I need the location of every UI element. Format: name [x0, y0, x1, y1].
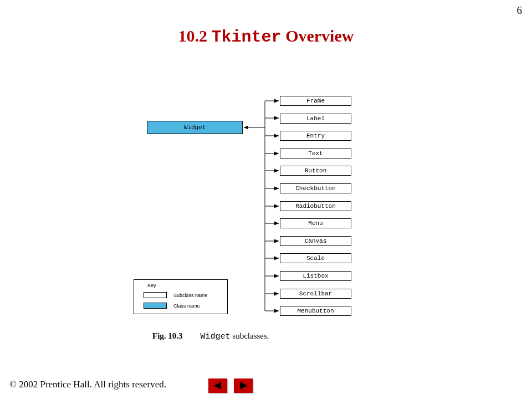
subclass-box-menu: Menu: [280, 218, 351, 228]
next-arrow-icon: [238, 381, 248, 390]
nav-controls: [208, 378, 253, 393]
legend-label-class: Class name: [173, 303, 200, 309]
subclass-box-label: Label: [280, 114, 351, 124]
legend-swatch-subclass: [144, 292, 167, 298]
subclass-box-menubutton: Menubutton: [280, 306, 351, 316]
subclass-box-radiobutton: Radiobutton: [280, 201, 351, 211]
legend-swatch-class: [144, 303, 167, 309]
subclass-box-scrollbar: Scrollbar: [280, 289, 351, 299]
legend-title: Key: [147, 283, 156, 288]
subclass-box-entry: Entry: [280, 131, 351, 141]
subclass-box-listbox: Listbox: [280, 271, 351, 281]
copyright-footer: © 2002 Prentice Hall. All rights reserve…: [9, 379, 166, 390]
caption-post: subclasses.: [231, 331, 269, 340]
prev-arrow-icon: [213, 381, 223, 390]
next-button[interactable]: [234, 378, 253, 393]
copyright-text: 2002 Prentice Hall. All rights reserved.: [19, 379, 166, 390]
subclass-box-button: Button: [280, 166, 351, 176]
caption-mono: Widget: [201, 332, 231, 341]
subclass-box-checkbutton: Checkbutton: [280, 183, 351, 193]
figure-number: Fig. 10.3: [152, 331, 183, 340]
subclass-box-frame: Frame: [280, 96, 351, 106]
legend-row-class: Class name: [144, 303, 200, 309]
subclass-box-canvas: Canvas: [280, 236, 351, 246]
subclass-box-scale: Scale: [280, 253, 351, 263]
copyright-symbol: ©: [9, 379, 19, 390]
widget-class-box: Widget: [147, 121, 243, 134]
figure-caption: Fig. 10.3Widget subclasses.: [152, 331, 269, 341]
legend-row-subclass: Subclass name: [144, 292, 208, 298]
prev-button[interactable]: [208, 378, 227, 393]
legend-box: Key Subclass name Class name: [134, 279, 228, 314]
legend-label-subclass: Subclass name: [173, 293, 208, 298]
subclass-box-text: Text: [280, 149, 351, 158]
